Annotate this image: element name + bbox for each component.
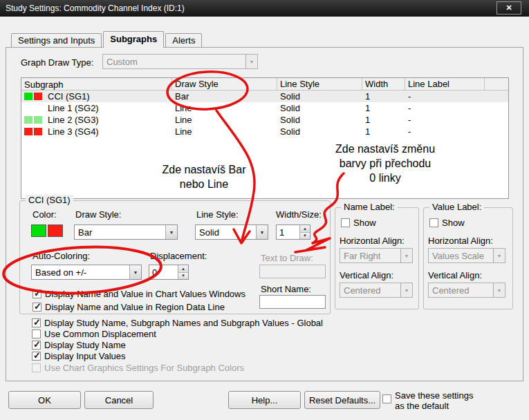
width-cell[interactable]: 1 xyxy=(362,91,405,102)
title-bar[interactable]: Study Settings: Commodity Channel Index … xyxy=(0,0,529,17)
line-label-cell[interactable]: - xyxy=(405,115,508,125)
sg1-group: CCI (SG1) Color: Draw Style: Bar ▼ Line … xyxy=(19,200,331,314)
checkbox-icon xyxy=(382,394,391,403)
column-header-line-label[interactable]: Line Label xyxy=(405,78,485,90)
checkbox-common-displacement[interactable]: Use Common Displacement xyxy=(32,329,156,339)
checkbox-global-display[interactable]: Display Study Name, Subgraph Names and S… xyxy=(32,318,323,328)
color-swatch-negative[interactable] xyxy=(48,225,63,237)
checkbox-region-data-line[interactable]: Display Name and Value in Region Data Li… xyxy=(33,302,225,312)
column-header-subgraph[interactable]: Subgraph xyxy=(21,78,172,90)
line-style-cell[interactable]: Solid xyxy=(277,103,362,113)
line-style-cell[interactable]: Solid xyxy=(277,126,362,137)
draw-style-cell[interactable]: Line xyxy=(172,126,277,137)
color-swatch xyxy=(34,104,42,112)
width-cell[interactable]: 1 xyxy=(362,126,405,137)
line-style-label: Line Style: xyxy=(196,209,239,220)
spinner-down-icon[interactable]: ▼ xyxy=(178,273,188,280)
checkbox-icon xyxy=(32,352,41,361)
subgraph-name-cell: CCI (SG1) xyxy=(21,91,172,102)
tab-settings-and-inputs[interactable]: Settings and Inputs xyxy=(11,33,102,47)
tab-alerts[interactable]: Alerts xyxy=(165,33,202,47)
value-label-show-checkbox[interactable]: Show xyxy=(429,218,465,228)
table-row[interactable]: Line 2 (SG3) Line Solid 1 - xyxy=(21,114,508,126)
width-cell[interactable]: 1 xyxy=(362,115,405,125)
color-swatch xyxy=(34,116,42,124)
checkbox-label: Display Input Values xyxy=(44,351,126,361)
line-style-cell[interactable]: Solid xyxy=(277,91,362,102)
checkbox-icon xyxy=(32,318,41,327)
table-row[interactable]: Line 3 (SG4) Line Solid 1 - xyxy=(21,126,508,137)
row-swatches xyxy=(24,93,48,100)
graph-draw-type-select[interactable]: Custom ▼ xyxy=(102,54,258,69)
line-label-cell[interactable]: - xyxy=(405,103,508,113)
column-header-line-style[interactable]: Line Style xyxy=(277,78,362,90)
color-swatch xyxy=(24,93,33,100)
table-row[interactable]: CCI (SG1) Bar Solid 1 - xyxy=(21,90,508,102)
spinner-up-icon[interactable]: ▲ xyxy=(300,225,310,233)
chevron-down-icon: ▼ xyxy=(493,249,505,262)
line-style-select[interactable]: Solid ▼ xyxy=(195,225,268,240)
checkbox-chart-values-windows[interactable]: Display Name and Value in Chart Values W… xyxy=(33,289,245,299)
color-swatch xyxy=(24,128,33,135)
value-vertical-align-value: Centered xyxy=(429,283,493,297)
draw-style-select[interactable]: Bar ▼ xyxy=(74,225,178,240)
spinner-up-icon[interactable]: ▲ xyxy=(178,265,188,273)
name-vertical-align-value: Centered xyxy=(340,283,400,297)
displacement-stepper[interactable]: 0 ▲ ▼ xyxy=(149,265,189,280)
cancel-button[interactable]: Cancel xyxy=(84,391,154,409)
value-vertical-align-label: Vertical Align: xyxy=(428,270,482,280)
line-label-cell[interactable]: - xyxy=(405,126,508,137)
checkbox-icon xyxy=(32,330,41,338)
draw-style-value: Bar xyxy=(75,225,165,239)
checkbox-display-study-name[interactable]: Display Study Name xyxy=(32,340,126,350)
help-button[interactable]: Help... xyxy=(228,391,301,409)
value-horizontal-align-label: Horizontal Align: xyxy=(428,236,493,246)
short-name-input[interactable] xyxy=(259,295,326,309)
close-button[interactable]: ✕ xyxy=(496,1,521,15)
width-cell[interactable]: 1 xyxy=(362,103,405,113)
draw-style-cell[interactable]: Line xyxy=(172,115,277,125)
spinner-down-icon[interactable]: ▼ xyxy=(300,233,310,240)
checkbox-display-input-values[interactable]: Display Input Values xyxy=(32,351,126,361)
chevron-down-icon: ▼ xyxy=(493,283,505,297)
name-horizontal-align-select[interactable]: Far Right ▼ xyxy=(340,248,413,263)
name-horizontal-align-value: Far Right xyxy=(340,249,400,262)
save-default-checkbox[interactable]: Save these settings as the default xyxy=(382,391,473,412)
name-horizontal-align-label: Horizontal Align: xyxy=(340,236,405,246)
subgraph-name-cell: Line 2 (SG3) xyxy=(21,115,172,125)
text-to-draw-input[interactable] xyxy=(259,265,326,278)
checkbox-icon xyxy=(33,289,41,298)
subgraph-name-cell: Line 3 (SG4) xyxy=(21,126,172,137)
color-swatch-positive[interactable] xyxy=(31,225,46,237)
chevron-down-icon: ▼ xyxy=(129,265,141,279)
checkbox-icon xyxy=(32,363,41,372)
value-vertical-align-select[interactable]: Centered ▼ xyxy=(428,283,505,298)
line-style-cell[interactable]: Solid xyxy=(277,115,362,125)
tab-subgraphs[interactable]: Subgraphs xyxy=(103,31,164,48)
value-label-group-caption: Value Label: xyxy=(429,202,484,212)
value-label-group: Value Label: Show Horizontal Align: Valu… xyxy=(423,207,513,309)
width-size-stepper[interactable]: 1 ▲ ▼ xyxy=(276,225,310,240)
checkbox-label: Display Name and Value in Chart Values W… xyxy=(45,289,245,299)
name-label-show-checkbox[interactable]: Show xyxy=(341,218,376,228)
column-header-draw-style[interactable]: Draw Style xyxy=(172,78,277,90)
draw-style-cell[interactable]: Bar xyxy=(172,91,277,102)
chevron-down-icon: ▼ xyxy=(165,225,177,239)
line-label-cell[interactable]: - xyxy=(405,91,508,102)
reset-defaults-button[interactable]: Reset Defaults... xyxy=(304,391,380,409)
checkbox-label: Display Name and Value in Region Data Li… xyxy=(45,302,225,312)
chevron-down-icon: ▼ xyxy=(400,283,412,297)
subgraph-name-cell: Line 1 (SG2) xyxy=(21,103,172,113)
tab-strip: Settings and Inputs Subgraphs Alerts xyxy=(11,31,203,48)
auto-coloring-value: Based on +/- xyxy=(32,265,129,279)
chevron-down-icon: ▼ xyxy=(400,249,412,262)
auto-coloring-select[interactable]: Based on +/- ▼ xyxy=(31,265,142,280)
draw-style-cell[interactable]: Line xyxy=(172,103,277,113)
table-row[interactable]: Line 1 (SG2) Line Solid 1 - xyxy=(21,102,508,114)
checkbox-chart-graphics-settings[interactable]: Use Chart Graphics Settings For Subgraph… xyxy=(32,363,244,373)
draw-style-label: Draw Style: xyxy=(75,209,121,220)
column-header-width[interactable]: Width xyxy=(362,78,405,90)
name-vertical-align-select[interactable]: Centered ▼ xyxy=(340,283,413,298)
value-horizontal-align-select[interactable]: Values Scale ▼ xyxy=(428,248,505,263)
ok-button[interactable]: OK xyxy=(8,391,81,409)
